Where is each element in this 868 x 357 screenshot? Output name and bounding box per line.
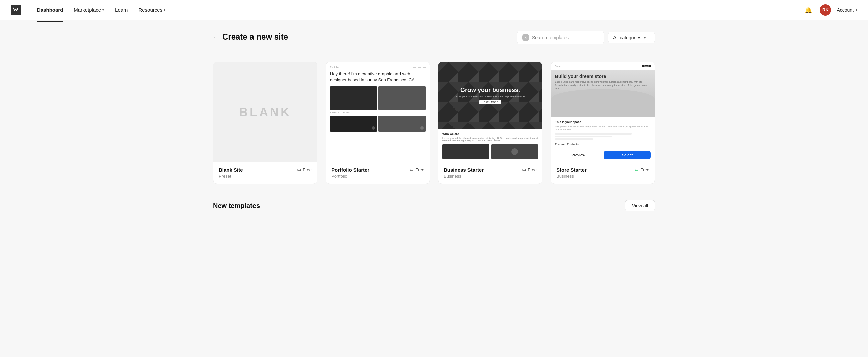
chevron-down-icon: ▾ bbox=[164, 8, 165, 12]
new-templates-title: New templates bbox=[213, 202, 260, 210]
template-card-business[interactable]: Grow your business. Grow your business w… bbox=[438, 62, 542, 184]
template-category: Business bbox=[556, 174, 649, 179]
page-header: ← Create a new site bbox=[213, 32, 288, 41]
select-button[interactable]: Select bbox=[606, 107, 632, 118]
search-input[interactable] bbox=[532, 35, 599, 40]
new-templates-section-header: New templates View all bbox=[213, 200, 655, 211]
tag-icon: 🏷 bbox=[409, 168, 413, 173]
template-name: Blank Site bbox=[219, 167, 243, 173]
nav-links: Dashboard Marketplace ▾ Learn Resources … bbox=[32, 4, 802, 16]
chevron-down-icon: ▾ bbox=[644, 36, 646, 39]
nav-link-dashboard[interactable]: Dashboard bbox=[32, 4, 68, 16]
business-hero-title: Grow your business. bbox=[461, 87, 520, 94]
preview-button[interactable]: Preview bbox=[461, 107, 490, 118]
preview-button[interactable]: Preview bbox=[573, 107, 603, 118]
template-card-blank[interactable]: BLANK Preview Select Blank Site 🏷 Free P… bbox=[213, 62, 317, 184]
template-info: Store Starter 🏷 Free Business bbox=[551, 162, 655, 183]
page-title: Create a new site bbox=[222, 32, 288, 41]
template-card-store[interactable]: Store SALE Build your dream store Build … bbox=[551, 62, 655, 184]
preview-button[interactable]: Preview bbox=[348, 107, 378, 118]
tag-icon: 🏷 bbox=[297, 168, 301, 173]
select-button[interactable]: Select bbox=[269, 107, 295, 118]
template-thumb-blank: BLANK Preview Select bbox=[213, 62, 317, 162]
chevron-down-icon: ▾ bbox=[856, 8, 857, 12]
template-price: 🏷 Free bbox=[522, 168, 537, 173]
select-button[interactable]: Select bbox=[494, 107, 520, 118]
template-category: Preset bbox=[219, 174, 312, 179]
tag-icon: 🏷 bbox=[522, 168, 526, 173]
template-price: 🏷 Free bbox=[634, 168, 649, 173]
template-card-portfolio[interactable]: Portfolio ——— Hey there! I'm a creative … bbox=[326, 62, 430, 184]
template-name: Business Starter bbox=[444, 167, 484, 173]
view-all-button[interactable]: View all bbox=[625, 200, 655, 211]
select-button[interactable]: Select bbox=[381, 107, 407, 118]
store-title: Build your dream store bbox=[555, 74, 651, 79]
account-menu[interactable]: Account ▾ bbox=[837, 7, 857, 13]
template-name: Portfolio Starter bbox=[331, 167, 369, 173]
category-select[interactable]: All categories ▾ bbox=[608, 32, 655, 43]
template-category: Business bbox=[444, 174, 537, 179]
template-thumb-store: Store SALE Build your dream store Build … bbox=[551, 62, 655, 162]
search-row: × All categories ▾ bbox=[517, 31, 655, 44]
nav-link-resources[interactable]: Resources ▾ bbox=[134, 4, 170, 16]
template-info: Blank Site 🏷 Free Preset bbox=[213, 162, 317, 183]
template-thumb-portfolio: Portfolio ——— Hey there! I'm a creative … bbox=[326, 62, 430, 162]
template-category: Portfolio bbox=[331, 174, 424, 179]
notification-bell-icon[interactable]: 🔔 bbox=[802, 4, 814, 16]
template-price: 🏷 Free bbox=[297, 168, 312, 173]
template-name: Store Starter bbox=[556, 167, 587, 173]
search-clear-button[interactable]: × bbox=[522, 34, 529, 41]
template-grid: BLANK Preview Select Blank Site 🏷 Free P… bbox=[213, 62, 655, 184]
back-button[interactable]: ← bbox=[213, 33, 219, 40]
template-info: Business Starter 🏷 Free Business bbox=[438, 162, 542, 183]
avatar[interactable]: RK bbox=[820, 4, 831, 16]
store-desc: Build a unique and responsive online sto… bbox=[555, 80, 651, 90]
business-sub: Grow your business with a beautiful full… bbox=[455, 95, 526, 98]
tag-icon: 🏷 bbox=[634, 168, 639, 173]
nav-link-marketplace[interactable]: Marketplace ▾ bbox=[69, 4, 109, 16]
template-price: 🏷 Free bbox=[409, 168, 424, 173]
nav-link-learn[interactable]: Learn bbox=[110, 4, 132, 16]
nav-right: 🔔 RK Account ▾ bbox=[802, 4, 857, 16]
preview-button[interactable]: Preview bbox=[236, 107, 265, 118]
nav-logo[interactable] bbox=[11, 5, 22, 16]
nav-bar: Dashboard Marketplace ▾ Learn Resources … bbox=[0, 0, 868, 20]
page-content: ← Create a new site × All categories ▾ B… bbox=[199, 20, 669, 238]
template-thumb-business: Grow your business. Grow your business w… bbox=[438, 62, 542, 162]
search-box: × bbox=[517, 31, 604, 44]
business-cta[interactable]: LEARN MORE bbox=[479, 100, 501, 105]
template-info: Portfolio Starter 🏷 Free Portfolio bbox=[326, 162, 430, 183]
chevron-down-icon: ▾ bbox=[102, 8, 104, 12]
